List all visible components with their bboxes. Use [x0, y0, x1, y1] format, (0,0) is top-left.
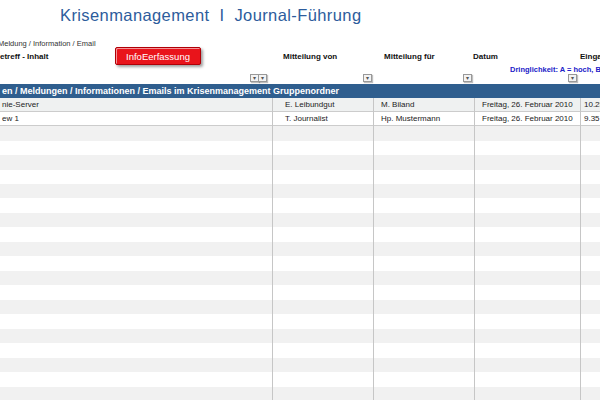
- dropdown-arrow-icon: ▾: [253, 75, 256, 81]
- column-header-datum: Datum: [473, 52, 498, 61]
- column-header-mitteilung-fuer: Mitteilung für: [384, 52, 435, 61]
- journal-spreadsheet: Krisenmanagement I Journal-Führung Meldu…: [0, 0, 600, 400]
- cell-eingang: 9.35: [584, 112, 600, 125]
- doc-type-label: Meldung / Information / Email: [0, 39, 96, 48]
- autofilter-button[interactable]: ▾: [463, 74, 472, 82]
- autofilter-button[interactable]: ▾: [568, 74, 577, 82]
- cell-datum: Freitag, 26. Februar 2010: [482, 98, 573, 111]
- column-header-mitteilung-von: Mitteilung von: [283, 52, 337, 61]
- dropdown-arrow-icon: ▾: [466, 75, 469, 81]
- subject-column-header: etreff - Inhalt: [0, 52, 48, 61]
- group-header-bar: en / Meldungen / Informationen / Emails …: [0, 84, 600, 98]
- dropdown-arrow-icon: ▾: [366, 75, 369, 81]
- cell-mitteilung-fuer: Hp. Mustermann: [381, 112, 440, 125]
- column-gridline: [373, 98, 374, 400]
- empty-row-stripes: [0, 126, 600, 400]
- cell-mitteilung-fuer: M. Biland: [381, 98, 414, 111]
- autofilter-button[interactable]: ▾: [363, 74, 372, 82]
- column-gridline: [580, 98, 581, 400]
- dropdown-arrow-icon: ▾: [261, 75, 264, 81]
- cell-betreff: nie-Server: [2, 98, 39, 111]
- column-gridline: [474, 98, 475, 400]
- cell-mitteilung-von: E. Leibundgut: [285, 98, 334, 111]
- urgency-legend: Dringlichkeit: A = hoch, B =: [510, 65, 600, 74]
- column-header-eingang: Eingang: [580, 52, 600, 61]
- cell-eingang: 10.25: [584, 98, 600, 111]
- table-row[interactable]: ew 1 T. Journalist Hp. Mustermann Freita…: [0, 112, 600, 126]
- cell-datum: Freitag, 26. Februar 2010: [482, 112, 573, 125]
- autofilter-button[interactable]: ▾: [258, 74, 267, 82]
- cell-betreff: ew 1: [2, 112, 19, 125]
- page-title: Krisenmanagement I Journal-Führung: [60, 6, 361, 25]
- group-header-label: en / Meldungen / Informationen / Emails …: [0, 86, 339, 96]
- cell-mitteilung-von: T. Journalist: [285, 112, 328, 125]
- dropdown-arrow-icon: ▾: [571, 75, 574, 81]
- info-erfassung-button[interactable]: InfoEerfassung: [115, 47, 201, 65]
- column-gridline: [272, 98, 273, 400]
- table-row[interactable]: nie-Server E. Leibundgut M. Biland Freit…: [0, 98, 600, 112]
